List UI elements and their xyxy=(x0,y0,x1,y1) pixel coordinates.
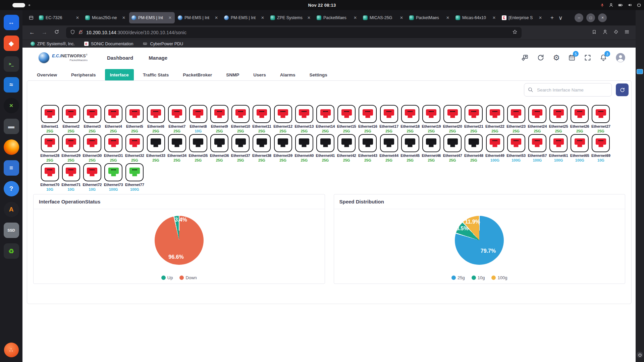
nav-manage[interactable]: Manage xyxy=(149,55,167,61)
port-ethernet61[interactable]: Ethernet61100G xyxy=(548,134,569,162)
port-ethernet31[interactable]: Ethernet3125G xyxy=(103,134,124,162)
port-ethernet32[interactable]: Ethernet3225G xyxy=(124,134,145,162)
tab-close-icon[interactable]: ✕ xyxy=(260,15,265,20)
shield-icon[interactable] xyxy=(70,29,75,36)
tab-overview[interactable]: Overview xyxy=(32,69,62,81)
insecure-lock-icon[interactable] xyxy=(78,29,83,36)
browser-tab[interactable]: EC-7326✕ xyxy=(37,12,82,23)
port-ethernet65[interactable]: Ethernet65100G xyxy=(569,134,590,162)
legend-item[interactable]: 100g xyxy=(491,275,507,280)
port-ethernet72[interactable]: Ethernet7210G xyxy=(82,163,103,191)
fullscreen-icon[interactable] xyxy=(584,54,591,61)
close-button[interactable]: × xyxy=(598,13,607,22)
extensions-icon[interactable] xyxy=(613,29,619,36)
port-ethernet7[interactable]: Ethernet725G xyxy=(166,105,187,133)
port-ethernet40[interactable]: Ethernet4025G xyxy=(293,134,315,162)
port-ethernet4[interactable]: Ethernet425G xyxy=(103,105,124,133)
port-ethernet15[interactable]: Ethernet1525G xyxy=(336,105,357,133)
battery-icon[interactable] xyxy=(618,3,623,7)
power-button-icon[interactable] xyxy=(637,352,643,358)
port-ethernet12[interactable]: Ethernet1225G xyxy=(272,105,293,133)
save-to-library-icon[interactable] xyxy=(592,29,597,36)
port-ethernet2[interactable]: Ethernet225G xyxy=(60,105,82,133)
clock[interactable]: Nov 22 08:13 xyxy=(308,3,336,8)
port-ethernet26[interactable]: Ethernet2625G xyxy=(569,105,590,133)
tab-close-icon[interactable]: ✕ xyxy=(121,15,126,20)
port-ethernet24[interactable]: Ethernet2425G xyxy=(527,105,548,133)
recycle-app-icon[interactable]: ♻ xyxy=(4,243,19,259)
url-bar[interactable]: 10.200.10.144:3000/device/10.200.10.144/… xyxy=(66,27,522,38)
browser-tab[interactable]: PacketMaes✕ xyxy=(407,12,452,23)
port-ethernet30[interactable]: Ethernet3025G xyxy=(82,134,103,162)
port-ethernet16[interactable]: Ethernet1625G xyxy=(357,105,378,133)
port-ethernet3[interactable]: Ethernet325G xyxy=(82,105,103,133)
browser-tab[interactable]: PacketMaes✕ xyxy=(314,12,360,23)
tab-close-icon[interactable]: ✕ xyxy=(538,15,543,20)
power-icon[interactable] xyxy=(637,3,641,7)
port-ethernet70[interactable]: Ethernet7010G xyxy=(39,163,60,191)
port-ethernet10[interactable]: Ethernet1025G xyxy=(230,105,251,133)
port-ethernet8[interactable]: Ethernet810G xyxy=(187,105,209,133)
maximize-button[interactable]: □ xyxy=(586,13,595,22)
port-ethernet20[interactable]: Ethernet2025G xyxy=(442,105,463,133)
legend-item[interactable]: Down xyxy=(179,275,197,280)
port-ethernet1[interactable]: Ethernet125G xyxy=(39,105,60,133)
port-ethernet45[interactable]: Ethernet4525G xyxy=(399,134,421,162)
activities-indicator[interactable] xyxy=(12,3,25,7)
port-ethernet5[interactable]: Ethernet525G xyxy=(124,105,145,133)
port-ethernet46[interactable]: Ethernet4625G xyxy=(421,134,442,162)
tab-users[interactable]: Users xyxy=(248,69,271,81)
operation-status-pie[interactable]: 3.4%96.6% xyxy=(155,216,204,265)
minimize-button[interactable]: – xyxy=(575,13,583,22)
volume-icon[interactable] xyxy=(628,3,632,7)
legend-item[interactable]: 25g xyxy=(451,275,465,280)
bookmark-item[interactable]: ESONiC Documentation xyxy=(84,42,133,46)
port-ethernet43[interactable]: Ethernet4325G xyxy=(357,134,378,162)
tab-interface[interactable]: Interface xyxy=(105,69,134,81)
notifications-bell-icon[interactable]: 3 xyxy=(600,54,607,61)
a-app-icon[interactable]: A xyxy=(4,202,19,217)
system-tray[interactable] xyxy=(600,0,641,10)
port-ethernet21[interactable]: Ethernet2125G xyxy=(463,105,484,133)
port-ethernet42[interactable]: Ethernet4225G xyxy=(336,134,357,162)
speed-distribution-pie[interactable]: 79.7%8.5%11.9% xyxy=(455,216,504,265)
port-ethernet39[interactable]: Ethernet3925G xyxy=(272,134,293,162)
port-ethernet44[interactable]: Ethernet4425G xyxy=(378,134,399,162)
diamond-app-icon[interactable]: ◆ xyxy=(4,36,19,51)
port-ethernet37[interactable]: Ethernet3725G xyxy=(230,134,251,162)
port-ethernet77[interactable]: Ethernet77100G xyxy=(124,163,145,191)
remote-session-icon[interactable] xyxy=(521,54,529,61)
bookmark-star-icon[interactable] xyxy=(512,29,518,36)
port-ethernet9[interactable]: Ethernet925G xyxy=(209,105,230,133)
port-ethernet14[interactable]: Ethernet1425G xyxy=(315,105,336,133)
new-tab-button[interactable]: + xyxy=(550,14,554,21)
ubuntu-logo-icon[interactable]: ∴ xyxy=(4,343,19,357)
tab-close-icon[interactable]: ✕ xyxy=(399,15,404,20)
port-ethernet17[interactable]: Ethernet1725G xyxy=(378,105,399,133)
port-ethernet41[interactable]: Ethernet4125G xyxy=(315,134,336,162)
port-ethernet34[interactable]: Ethernet3425G xyxy=(166,134,187,162)
tray-app-icon[interactable]: ▬ xyxy=(4,119,19,134)
port-ethernet11[interactable]: Ethernet1125G xyxy=(251,105,272,133)
microphone-icon[interactable] xyxy=(600,3,604,7)
user-avatar-icon[interactable] xyxy=(615,53,626,63)
port-ethernet38[interactable]: Ethernet3825G xyxy=(251,134,272,162)
list-tabs-chevron-icon[interactable]: ∨ xyxy=(558,14,562,21)
forward-button[interactable]: → xyxy=(38,28,51,37)
legend-item[interactable]: Up xyxy=(161,275,173,280)
tab-packetbroker[interactable]: PacketBroker xyxy=(178,69,217,81)
tab-traffic-stats[interactable]: Traffic Stats xyxy=(138,69,174,81)
port-ethernet27[interactable]: Ethernet2725G xyxy=(590,105,611,133)
firefox-icon[interactable] xyxy=(4,139,19,155)
port-ethernet53[interactable]: Ethernet53100G xyxy=(505,134,527,162)
teamviewer-icon[interactable]: ↔ xyxy=(4,15,19,30)
port-ethernet49[interactable]: Ethernet49100G xyxy=(484,134,505,162)
port-ethernet47[interactable]: Ethernet4725G xyxy=(442,134,463,162)
port-ethernet33[interactable]: Ethernet3325G xyxy=(145,134,166,162)
refresh-interfaces-button[interactable] xyxy=(616,83,629,96)
port-ethernet28[interactable]: Ethernet2825G xyxy=(39,134,60,162)
tab-close-icon[interactable]: ✕ xyxy=(492,15,496,20)
tab-settings[interactable]: Settings xyxy=(305,69,332,81)
blue-wave-app-icon[interactable]: ≈ xyxy=(4,77,19,93)
reload-button[interactable] xyxy=(51,28,63,38)
